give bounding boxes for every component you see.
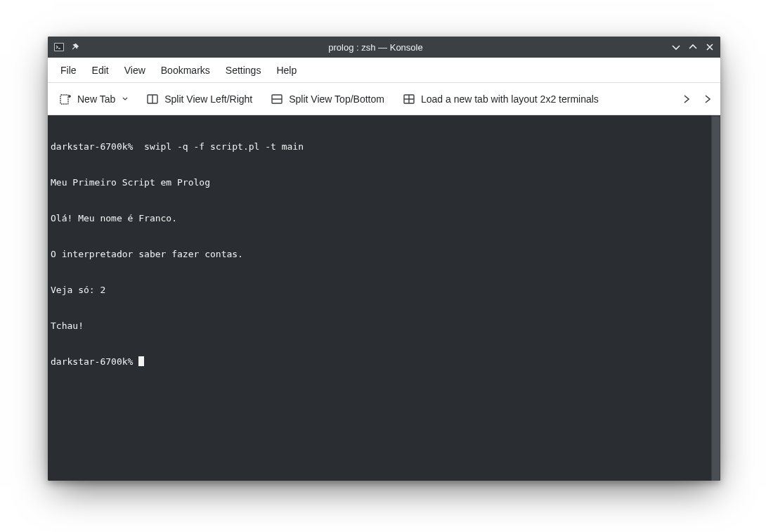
menu-view[interactable]: View [117,60,152,80]
overflow-prev-button[interactable] [678,89,695,109]
app-icon [53,41,65,53]
menu-file[interactable]: File [53,60,84,80]
svg-rect-1 [55,44,63,51]
terminal-cursor [138,356,144,366]
menu-help[interactable]: Help [269,60,304,80]
window-controls [671,42,715,52]
maximize-button[interactable] [688,42,698,52]
window-title: prolog : zsh — Konsole [80,42,671,53]
terminal-line: Tchau! [51,320,718,332]
close-button[interactable] [705,42,715,52]
split-lr-icon [146,93,159,105]
terminal-view[interactable]: darkstar-6700k% swipl -q -f script.pl -t… [48,115,720,481]
split-top-bottom-button[interactable]: Split View Top/Bottom [264,89,391,110]
scrollbar[interactable] [711,115,720,481]
toolbar: New Tab Split View Left/Right Split View… [48,83,720,115]
chevron-right-icon [702,93,713,105]
split-tb-label: Split View Top/Bottom [289,93,384,105]
terminal-line: darkstar-6700k% swipl -q -f script.pl -t… [51,141,718,153]
svg-rect-3 [60,95,68,104]
new-tab-label: New Tab [77,93,115,105]
scrollbar-thumb[interactable] [712,117,720,481]
titlebar[interactable]: prolog : zsh — Konsole [48,37,720,58]
minimize-button[interactable] [671,42,681,52]
new-tab-button[interactable]: New Tab [52,89,135,110]
menubar: File Edit View Bookmarks Settings Help [48,58,720,83]
dropdown-icon[interactable] [122,96,128,102]
terminal-prompt-line: darkstar-6700k% [51,356,718,368]
menu-settings[interactable]: Settings [219,60,268,80]
terminal-line: Veja só: 2 [51,284,718,296]
pin-icon[interactable] [70,42,80,52]
menu-edit[interactable]: Edit [85,60,116,80]
terminal-line: Olá! Meu nome é Franco. [51,212,718,224]
split-left-right-button[interactable]: Split View Left/Right [139,89,259,110]
new-tab-icon [59,93,72,105]
terminal-line: Meu Primeiro Script em Prolog [51,176,718,188]
titlebar-left [53,41,80,53]
load-layout-label: Load a new tab with layout 2x2 terminals [421,93,599,105]
split-tb-icon [271,93,283,105]
load-layout-button[interactable]: Load a new tab with layout 2x2 terminals [396,89,606,110]
overflow-next-button[interactable] [699,89,716,109]
grid-icon [403,93,415,105]
chevron-right-icon [681,93,692,105]
konsole-window: prolog : zsh — Konsole File Edit View Bo… [48,37,720,481]
terminal-line: O interpretador saber fazer contas. [51,248,718,260]
split-lr-label: Split View Left/Right [164,93,252,105]
terminal-prompt: darkstar-6700k% [51,356,138,367]
menu-bookmarks[interactable]: Bookmarks [154,60,217,80]
